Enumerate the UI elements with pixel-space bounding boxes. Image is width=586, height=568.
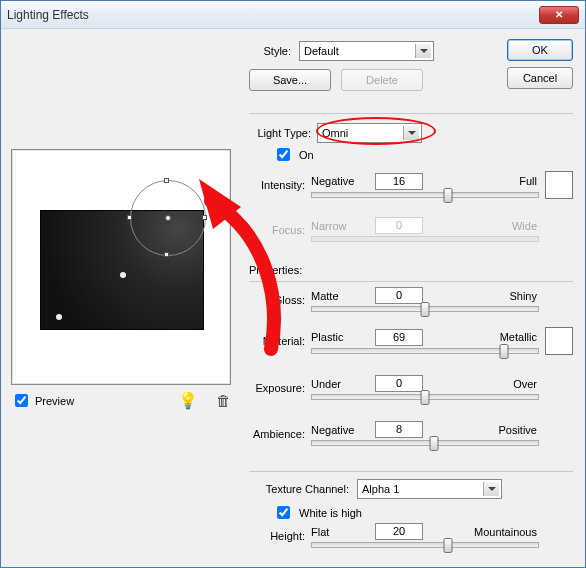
- texture-channel-label: Texture Channel:: [249, 483, 349, 495]
- light-type-value: Omni: [322, 127, 348, 139]
- exposure-row: Exposure: Under 0 Over: [249, 375, 573, 400]
- slider-thumb[interactable]: [443, 538, 452, 553]
- gloss-slider[interactable]: [311, 306, 539, 312]
- on-checkbox[interactable]: [277, 148, 290, 161]
- light-dot: [56, 314, 62, 320]
- save-delete-row: Save... Delete: [249, 69, 423, 97]
- properties-label: Properties:: [249, 264, 302, 276]
- slider-thumb[interactable]: [500, 344, 509, 359]
- titlebar[interactable]: Lighting Effects ✕: [1, 1, 585, 29]
- style-label: Style:: [249, 45, 291, 57]
- light-handle[interactable]: [164, 178, 169, 183]
- intensity-value[interactable]: 16: [375, 173, 423, 190]
- slider-thumb[interactable]: [430, 436, 439, 451]
- light-type-select[interactable]: Omni: [317, 123, 422, 143]
- delete-button: Delete: [341, 69, 423, 91]
- light-handle[interactable]: [202, 215, 207, 220]
- material-row: Material: Plastic 69 Metallic: [249, 327, 573, 355]
- ambience-label: Ambience:: [249, 428, 311, 440]
- gloss-label: Gloss:: [249, 294, 311, 306]
- intensity-max-label: Full: [427, 175, 539, 187]
- intensity-row: Intensity: Negative 16 Full: [249, 171, 573, 199]
- ok-button[interactable]: OK: [507, 39, 573, 61]
- height-label: Height:: [249, 530, 311, 542]
- focus-min-label: Narrow: [311, 220, 371, 232]
- material-slider[interactable]: [311, 348, 539, 354]
- save-button[interactable]: Save...: [249, 69, 331, 91]
- light-dot: [120, 272, 126, 278]
- material-max-label: Metallic: [427, 331, 539, 343]
- intensity-label: Intensity:: [249, 179, 311, 191]
- chevron-down-icon: [483, 482, 499, 496]
- gloss-min-label: Matte: [311, 290, 371, 302]
- ambience-value[interactable]: 8: [375, 421, 423, 438]
- exposure-slider[interactable]: [311, 394, 539, 400]
- ambience-slider[interactable]: [311, 440, 539, 446]
- slider-thumb[interactable]: [421, 390, 430, 405]
- light-handle[interactable]: [127, 215, 132, 220]
- light-color-swatch[interactable]: [545, 171, 573, 199]
- style-row: Style: Default: [249, 41, 434, 61]
- preview-panel: Preview 💡 🗑: [11, 149, 231, 410]
- on-label: On: [299, 149, 314, 161]
- ambience-max-label: Positive: [427, 424, 539, 436]
- exposure-label: Exposure:: [249, 382, 311, 394]
- gloss-value[interactable]: 0: [375, 287, 423, 304]
- slider-thumb[interactable]: [443, 188, 452, 203]
- white-is-high-row: White is high: [273, 503, 362, 522]
- exposure-value[interactable]: 0: [375, 375, 423, 392]
- preview-canvas[interactable]: [11, 149, 231, 385]
- divider: [249, 113, 573, 114]
- preview-label: Preview: [35, 395, 74, 407]
- on-row: On: [273, 145, 314, 164]
- height-min-label: Flat: [311, 526, 371, 538]
- texture-channel-row: Texture Channel: Alpha 1: [249, 479, 502, 499]
- material-min-label: Plastic: [311, 331, 371, 343]
- material-label: Material:: [249, 335, 311, 347]
- chevron-down-icon: [415, 44, 431, 58]
- gloss-max-label: Shiny: [427, 290, 539, 302]
- divider: [249, 471, 573, 472]
- light-type-label: Light Type:: [249, 127, 311, 139]
- divider: [249, 281, 573, 282]
- ambience-row: Ambience: Negative 8 Positive: [249, 421, 573, 446]
- material-value[interactable]: 69: [375, 329, 423, 346]
- focus-label: Focus:: [249, 224, 311, 236]
- height-row: Height: Flat 20 Mountainous: [249, 523, 573, 548]
- close-icon: ✕: [555, 9, 563, 20]
- white-is-high-label: White is high: [299, 507, 362, 519]
- exposure-max-label: Over: [427, 378, 539, 390]
- trash-icon[interactable]: 🗑: [216, 392, 231, 409]
- light-center-handle[interactable]: [165, 215, 171, 221]
- focus-max-label: Wide: [427, 220, 539, 232]
- height-slider[interactable]: [311, 542, 539, 548]
- preview-checkbox[interactable]: [15, 394, 28, 407]
- dialog-buttons: OK Cancel: [507, 39, 573, 95]
- close-button[interactable]: ✕: [539, 6, 579, 24]
- height-max-label: Mountainous: [427, 526, 539, 538]
- gloss-row: Gloss: Matte 0 Shiny: [249, 287, 573, 312]
- exposure-min-label: Under: [311, 378, 371, 390]
- cancel-button[interactable]: Cancel: [507, 67, 573, 89]
- light-type-row: Light Type: Omni: [249, 123, 422, 143]
- ambient-color-swatch[interactable]: [545, 327, 573, 355]
- intensity-min-label: Negative: [311, 175, 371, 187]
- preview-tools: Preview 💡 🗑: [11, 391, 231, 410]
- light-handle[interactable]: [164, 252, 169, 257]
- slider-thumb[interactable]: [421, 302, 430, 317]
- lighting-effects-dialog: Lighting Effects ✕ OK Cancel Style: Defa…: [0, 0, 586, 568]
- intensity-slider[interactable]: [311, 192, 539, 198]
- style-select[interactable]: Default: [299, 41, 434, 61]
- texture-channel-select[interactable]: Alpha 1: [357, 479, 502, 499]
- chevron-down-icon: [403, 126, 419, 140]
- style-value: Default: [304, 45, 339, 57]
- height-value[interactable]: 20: [375, 523, 423, 540]
- focus-row: Focus: Narrow 0 Wide: [249, 217, 573, 242]
- preview-checkbox-row: Preview: [11, 391, 74, 410]
- lightbulb-icon[interactable]: 💡: [178, 391, 198, 410]
- window-title: Lighting Effects: [7, 8, 539, 22]
- focus-value: 0: [375, 217, 423, 234]
- white-is-high-checkbox[interactable]: [277, 506, 290, 519]
- focus-slider: [311, 236, 539, 242]
- dialog-content: OK Cancel Style: Default Save... Delete …: [1, 29, 585, 567]
